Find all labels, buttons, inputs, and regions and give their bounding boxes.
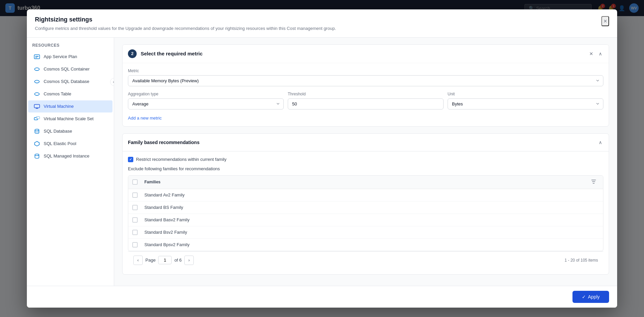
metric-card-body: Metric Available Memory Bytes (Preview) …: [123, 63, 609, 126]
sidebar-label-cosmos-table: Cosmos Table: [44, 91, 71, 96]
svg-point-9: [35, 129, 39, 131]
modal-main-content: 2 Select the required metric ✕ ∧ Metric …: [114, 38, 617, 286]
row-1-name: Standard BS Family: [144, 205, 599, 210]
table-row: Standard Bpsv2 Family: [128, 239, 603, 251]
apply-check-icon: ✓: [582, 294, 586, 300]
add-metric-link[interactable]: Add a new metric: [128, 116, 162, 121]
prev-page-button[interactable]: ‹: [133, 256, 143, 265]
modal-subtitle: Configure metrics and threshold values f…: [35, 25, 336, 32]
row-checkbox-cell: [132, 217, 140, 223]
metric-close-button[interactable]: ✕: [588, 50, 595, 58]
table-row: Standard Basv2 Family: [128, 214, 603, 226]
sidebar-item-cosmos-table[interactable]: Cosmos Table: [28, 88, 112, 100]
sidebar-item-cosmos-sql-database[interactable]: Cosmos SQL Database: [28, 76, 112, 88]
sidebar-label-app-service-plan: App Service Plan: [44, 54, 77, 59]
metric-card-header-left: 2 Select the required metric: [128, 49, 202, 58]
sidebar-item-app-service-plan[interactable]: App Service Plan: [28, 51, 112, 63]
apply-button[interactable]: ✓ Apply: [572, 291, 609, 303]
metric-card: 2 Select the required metric ✕ ∧ Metric …: [122, 44, 609, 127]
virtual-machine-scale-set-icon: [34, 116, 40, 122]
family-section: Family based recommendations ∧ Restrict …: [122, 133, 609, 275]
row-checkbox-cell: [132, 242, 140, 247]
metric-select[interactable]: Available Memory Bytes (Preview) CPU Per…: [128, 75, 603, 86]
aggregation-select[interactable]: Average Maximum Minimum Total: [128, 98, 284, 109]
metric-card-actions: ✕ ∧: [588, 50, 603, 58]
row-checkbox-cell: [132, 192, 140, 198]
sidebar-item-sql-managed-instance[interactable]: SQL Managed Instance: [28, 150, 112, 162]
table-header-row: Families: [128, 176, 603, 189]
row-checkbox-cell: [132, 205, 140, 210]
filter-icon[interactable]: [591, 179, 599, 185]
apply-label: Apply: [588, 294, 600, 300]
table-row: Standard Av2 Family: [128, 189, 603, 201]
unit-label: Unit: [448, 92, 603, 96]
sidebar-item-sql-elastic-pool[interactable]: SQL Elastic Pool: [28, 138, 112, 150]
aggregation-label: Aggregation type: [128, 92, 284, 96]
metric-label: Metric: [128, 69, 603, 73]
sidebar-label-virtual-machine: Virtual Machine: [44, 104, 74, 109]
row-4-checkbox[interactable]: [132, 242, 138, 247]
sidebar-item-sql-database[interactable]: SQL Database: [28, 125, 112, 137]
modal-body: Resources App Service Plan Cosmos SQL Co…: [27, 38, 617, 286]
modal-header: Rightsizing settings Configure metrics a…: [27, 9, 617, 38]
modal-title: Rightsizing settings: [35, 16, 336, 23]
restrict-checkbox[interactable]: [128, 157, 133, 162]
row-3-checkbox[interactable]: [132, 230, 138, 235]
metric-card-title: Select the required metric: [141, 51, 202, 56]
modal-title-area: Rightsizing settings Configure metrics a…: [35, 16, 336, 32]
families-table: Families Standard Av2 Family: [128, 175, 603, 251]
row-4-name: Standard Bpsv2 Family: [144, 242, 599, 247]
page-label: Page: [145, 258, 155, 263]
svg-rect-8: [36, 117, 40, 119]
metric-details-row: Aggregation type Average Maximum Minimum…: [128, 92, 603, 115]
header-checkbox-cell: [132, 179, 140, 185]
virtual-machine-icon: [34, 103, 40, 110]
close-button[interactable]: ×: [601, 16, 609, 26]
next-page-button[interactable]: ›: [184, 256, 194, 265]
table-row: Standard Bsv2 Family: [128, 226, 603, 239]
sidebar-item-virtual-machine-scale-set[interactable]: Virtual Machine Scale Set: [28, 113, 112, 125]
row-3-name: Standard Bsv2 Family: [144, 230, 599, 235]
page-number-input[interactable]: [158, 256, 172, 264]
family-collapse-button[interactable]: ∧: [597, 138, 603, 146]
row-0-checkbox[interactable]: [132, 192, 138, 198]
table-row: Standard BS Family: [128, 201, 603, 214]
sidebar-label-sql-elastic-pool: SQL Elastic Pool: [44, 141, 76, 146]
step-badge: 2: [128, 49, 137, 58]
sql-database-icon: [34, 128, 40, 135]
cosmos-sql-container-icon: [34, 66, 40, 73]
cosmos-table-icon: [34, 91, 40, 97]
exclude-label: Exclude following families for recommend…: [128, 166, 603, 171]
modal-footer: ✓ Apply: [27, 286, 617, 308]
unit-select[interactable]: Bytes KB MB GB: [448, 98, 603, 109]
svg-rect-2: [35, 57, 37, 58]
row-2-checkbox[interactable]: [132, 217, 138, 223]
sidebar-label-virtual-machine-scale-set: Virtual Machine Scale Set: [44, 116, 94, 121]
row-2-name: Standard Basv2 Family: [144, 217, 599, 222]
sidebar-item-virtual-machine[interactable]: Virtual Machine: [28, 100, 112, 112]
unit-form-group: Unit Bytes KB MB GB: [448, 92, 603, 109]
family-section-header: Family based recommendations ∧: [123, 134, 609, 151]
row-1-checkbox[interactable]: [132, 205, 138, 210]
cosmos-sql-database-icon: [34, 78, 40, 85]
restrict-checkbox-row: Restrict recommendations within current …: [128, 157, 603, 162]
svg-rect-6: [34, 104, 40, 108]
pagination-left: ‹ Page of 6 ›: [133, 256, 194, 265]
items-summary: 1 - 20 of 105 items: [565, 258, 598, 263]
metric-collapse-button[interactable]: ∧: [597, 50, 603, 58]
pagination: ‹ Page of 6 › 1 - 20 of 105 items: [128, 251, 603, 269]
aggregation-form-group: Aggregation type Average Maximum Minimum…: [128, 92, 284, 109]
sidebar-item-cosmos-sql-container[interactable]: Cosmos SQL Container: [28, 63, 112, 75]
row-checkbox-cell: [132, 230, 140, 235]
select-all-checkbox[interactable]: [132, 179, 138, 185]
metric-form-group: Metric Available Memory Bytes (Preview) …: [128, 69, 603, 86]
app-service-plan-icon: [34, 53, 40, 60]
resources-sidebar: Resources App Service Plan Cosmos SQL Co…: [27, 38, 114, 286]
threshold-form-group: Threshold: [288, 92, 444, 109]
svg-point-10: [35, 154, 39, 155]
svg-rect-1: [35, 56, 39, 57]
sidebar-label-cosmos-sql-container: Cosmos SQL Container: [44, 66, 90, 72]
threshold-input[interactable]: [288, 98, 444, 109]
sql-managed-instance-icon: [34, 153, 40, 160]
sidebar-label-cosmos-sql-database: Cosmos SQL Database: [44, 79, 89, 84]
